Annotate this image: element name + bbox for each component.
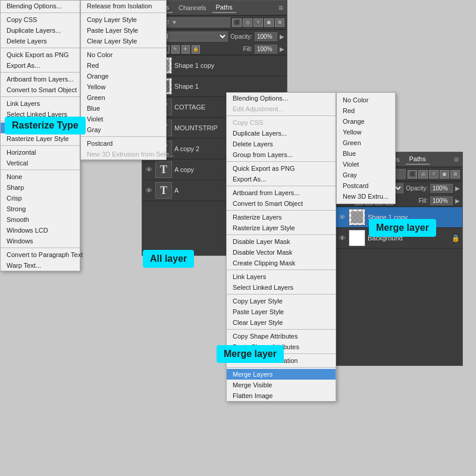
artboard-from-layers-item[interactable]: Artboard from Layers...	[1, 74, 80, 84]
copy-css-item[interactable]: Copy CSS	[1, 14, 80, 25]
lock-icon-4[interactable]: 🔒	[192, 45, 200, 54]
crisp-item[interactable]: Crisp	[1, 193, 80, 203]
right-fill-arrow[interactable]: ▶	[455, 198, 460, 204]
violet-mid-item[interactable]: Violet	[81, 114, 166, 124]
windows-lcd-item[interactable]: Windows LCD	[1, 225, 80, 236]
warp-text-item[interactable]: Warp Text...	[1, 260, 80, 271]
blending-options-item[interactable]: Blending Options...	[1, 1, 80, 11]
convert-paragraph-item[interactable]: Convert to Paragraph Text	[1, 249, 80, 260]
ctx-merge-visible[interactable]: Merge Visible	[227, 380, 336, 390]
right-panel-menu-icon[interactable]: ≡	[454, 155, 459, 164]
ctx-clear-layer-style[interactable]: Clear Layer Style	[227, 317, 336, 328]
right-filter-icon-3[interactable]: T	[429, 170, 439, 178]
lock-bg-icon[interactable]: 🔒	[452, 234, 460, 242]
none-item[interactable]: None	[1, 171, 80, 182]
smooth-item[interactable]: Smooth	[1, 214, 80, 225]
filter-icon-2[interactable]: ◎	[243, 18, 252, 27]
ctx-link-layers[interactable]: Link Layers	[227, 271, 336, 282]
clear-layer-style-mid-item[interactable]: Clear Layer Style	[81, 36, 166, 46]
paths-tab[interactable]: Paths	[212, 2, 236, 13]
ctx-copy-shape-attr[interactable]: Copy Shape Attributes	[227, 331, 336, 342]
color-right-postcard[interactable]: Postcard	[337, 180, 395, 191]
color-right-violet[interactable]: Violet	[337, 159, 395, 170]
opacity-arrow[interactable]: ▶	[280, 33, 284, 40]
convert-smart-object-item[interactable]: Convert to Smart Object	[1, 84, 80, 95]
no-color-mid-item[interactable]: No Color	[81, 49, 166, 60]
color-right-red[interactable]: Red	[337, 105, 395, 116]
ctx-select-linked[interactable]: Select Linked Layers	[227, 282, 336, 293]
ctx-quick-export[interactable]: Quick Export as PNG	[227, 163, 336, 174]
filter-icon-4[interactable]: ▣	[264, 18, 274, 27]
red-mid-item[interactable]: Red	[81, 60, 166, 71]
ctx-edit-adjustment[interactable]: Edit Adjustment...	[227, 104, 336, 114]
rasterize-layer-style-item[interactable]: Rasterize Layer Style	[1, 133, 80, 144]
color-right-gray[interactable]: Gray	[337, 170, 395, 180]
ctx-disable-mask[interactable]: Disable Layer Mask	[227, 236, 336, 247]
quick-export-item[interactable]: Quick Export as PNG	[1, 49, 80, 60]
ctx-export-as[interactable]: Export As...	[227, 174, 336, 184]
ctx-flatten-image[interactable]: Flatten Image	[227, 390, 336, 401]
ctx-paste-layer-style[interactable]: Paste Layer Style	[227, 306, 336, 317]
lock-icon-3[interactable]: ✛	[181, 45, 190, 54]
lock-icon-2[interactable]: ✎	[171, 45, 180, 54]
color-right-no-color[interactable]: No Color	[337, 95, 395, 105]
ctx-rasterize-layers[interactable]: Rasterize Layers	[227, 212, 336, 223]
ctx-blending-options[interactable]: Blending Options...	[227, 93, 336, 104]
ctx-rasterize-style[interactable]: Rasterize Layer Style	[227, 223, 336, 233]
ctx-copy-css[interactable]: Copy CSS	[227, 117, 336, 128]
layer-eye-7[interactable]: 👁	[145, 186, 153, 195]
ctx-artboard[interactable]: Artboard from Layers...	[227, 187, 336, 198]
sharp-item[interactable]: Sharp	[1, 182, 80, 193]
ctx-merge-layers[interactable]: Merge Layers	[227, 369, 336, 380]
new3d-mid-item[interactable]: New 3D Extrusion from Sele...	[81, 149, 166, 159]
opacity-input[interactable]	[255, 32, 277, 41]
release-from-isolation-item[interactable]: Release from Isolation	[81, 1, 166, 11]
ctx-convert-smart[interactable]: Convert to Smart Object	[227, 198, 336, 209]
fill-arrow[interactable]: ▶	[280, 46, 284, 52]
right-paths-tab[interactable]: Paths	[406, 154, 430, 165]
color-right-orange[interactable]: Orange	[337, 116, 395, 127]
right-filter-icon-5[interactable]: ⊞	[450, 170, 460, 178]
right-layer-eye-1[interactable]: 👁	[338, 213, 346, 221]
delete-layers-item[interactable]: Delete Layers	[1, 36, 80, 46]
right-opacity-arrow[interactable]: ▶	[455, 185, 460, 192]
ctx-group-from-layers[interactable]: Group from Layers...	[227, 149, 336, 160]
windows-item[interactable]: Windows	[1, 236, 80, 246]
right-opacity-input[interactable]	[430, 184, 453, 193]
filter-icon-3[interactable]: T	[253, 18, 263, 27]
right-filter-icon-1[interactable]: ⬛	[408, 170, 417, 178]
panel-menu-icon[interactable]: ≡	[278, 3, 283, 12]
layer-eye-6[interactable]: 👁	[145, 165, 153, 174]
blue-mid-item[interactable]: Blue	[81, 103, 166, 114]
fill-input[interactable]	[255, 45, 277, 54]
copy-layer-style-mid-item[interactable]: Copy Layer Style	[81, 14, 166, 25]
postcard-mid-item[interactable]: Postcard	[81, 138, 166, 149]
duplicate-layers-item[interactable]: Duplicate Layers...	[1, 25, 80, 36]
gray-mid-item[interactable]: Gray	[81, 124, 166, 135]
orange-mid-item[interactable]: Orange	[81, 71, 166, 82]
ctx-delete-layers[interactable]: Delete Layers	[227, 139, 336, 149]
export-as-item[interactable]: Export As...	[1, 60, 80, 71]
link-layers-item[interactable]: Link Layers	[1, 98, 80, 109]
horizontal-item[interactable]: Horizontal	[1, 147, 80, 158]
ctx-disable-vector[interactable]: Disable Vector Mask	[227, 247, 336, 258]
color-right-green[interactable]: Green	[337, 137, 395, 148]
color-right-new3d[interactable]: New 3D Extru...	[337, 191, 395, 202]
vertical-item[interactable]: Vertical	[1, 158, 80, 168]
color-right-yellow[interactable]: Yellow	[337, 127, 395, 137]
strong-item[interactable]: Strong	[1, 203, 80, 214]
right-fill-input[interactable]	[430, 196, 453, 205]
ctx-create-clipping[interactable]: Create Clipping Mask	[227, 258, 336, 268]
right-filter-icon-2[interactable]: ◎	[418, 170, 428, 178]
filter-icon-1[interactable]: ⬛	[232, 18, 242, 27]
channels-tab[interactable]: Channels	[175, 3, 209, 12]
filter-icon-5[interactable]: ⊞	[275, 18, 284, 27]
ctx-copy-layer-style[interactable]: Copy Layer Style	[227, 296, 336, 306]
right-layer-eye-2[interactable]: 👁	[338, 234, 346, 242]
ctx-duplicate-layers[interactable]: Duplicate Layers...	[227, 128, 336, 139]
green-mid-item[interactable]: Green	[81, 92, 166, 103]
yellow-mid-item[interactable]: Yellow	[81, 82, 166, 92]
right-filter-icon-4[interactable]: ▣	[440, 170, 449, 178]
color-right-blue[interactable]: Blue	[337, 148, 395, 159]
paste-layer-style-mid-item[interactable]: Paste Layer Style	[81, 25, 166, 36]
